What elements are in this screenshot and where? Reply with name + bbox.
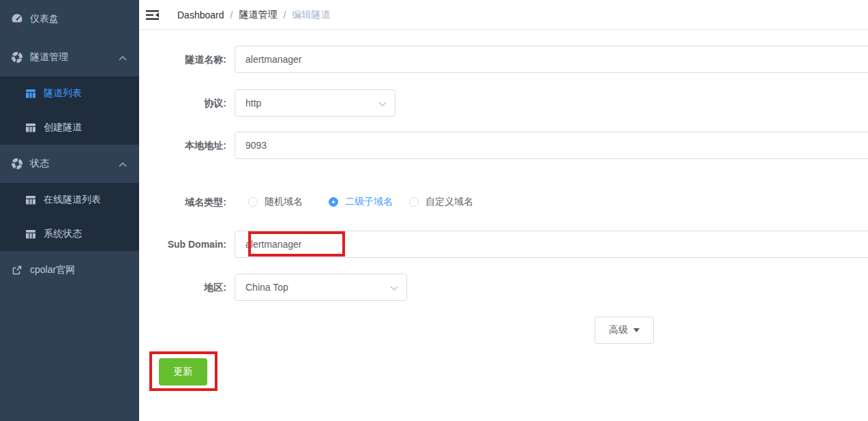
protocol-select[interactable]: http [235,89,395,117]
domain-type-label: 域名类型: [139,188,235,216]
caret-down-icon [633,328,640,332]
tunnel-name-input[interactable] [235,46,868,73]
sidebar-fold-toggle[interactable] [139,0,166,30]
breadcrumb-separator: / [283,10,286,20]
fold-icon [146,10,160,20]
sidebar-item-cpolar-website[interactable]: cpolar官网 [0,251,139,289]
breadcrumb-separator: / [230,10,233,20]
domain-type-radio-group: 随机域名 二级子域名 自定义域名 [235,188,868,216]
sidebar-group-label: 隧道管理 [30,51,68,63]
sidebar-item-system-status[interactable]: 系统状态 [0,217,139,251]
topbar: Dashboard / 隧道管理 / 编辑隧道 [139,0,868,30]
radio-random-domain[interactable]: 随机域名 [248,196,303,208]
chevron-up-icon [119,158,127,169]
form-row-local-address: 本地地址: [139,132,868,159]
form-row-advanced: 高级 [139,317,868,344]
form-row-tunnel-name: 隧道名称: [139,46,868,73]
table-icon [26,89,35,98]
advanced-button[interactable]: 高级 [595,317,654,344]
region-select[interactable]: China Top [235,274,407,301]
sidebar-group-tunnel-management[interactable]: 隧道管理 [0,38,139,76]
sidebar-item-online-tunnel-list[interactable]: 在线隧道列表 [0,183,139,217]
table-icon [26,123,35,132]
sidebar-item-label: 仪表盘 [30,13,59,25]
radio-subdomain[interactable]: 二级子域名 [329,196,393,208]
protocol-label: 协议: [139,89,235,117]
lifebuoy-icon [11,158,23,170]
form-row-submit: 更新 [139,358,868,386]
sidebar-item-tunnel-list[interactable]: 隧道列表 [0,76,139,111]
form-row-region: 地区: China Top [139,274,868,301]
region-select-value: China Top [245,282,288,293]
sidebar-item-label: 在线隧道列表 [44,194,101,206]
form-row-protocol: 协议: http [139,89,868,117]
update-button[interactable]: 更新 [159,358,207,386]
form-row-sub-domain: Sub Domain: [139,231,868,258]
protocol-select-value: http [245,98,261,108]
edit-tunnel-form: 隧道名称: 协议: http 本地地址: [139,30,868,386]
sidebar-submenu-tunnel: 隧道列表 创建隧道 [0,76,139,145]
main-content: Dashboard / 隧道管理 / 编辑隧道 隧道名称: 协议: http [139,0,868,421]
sub-domain-label: Sub Domain: [139,231,235,258]
sidebar-item-dashboard[interactable]: 仪表盘 [0,0,139,38]
sub-domain-input[interactable] [235,231,868,258]
dashboard-icon [11,13,23,25]
radio-icon [248,197,258,207]
breadcrumb-dashboard[interactable]: Dashboard [177,10,224,20]
radio-custom-domain[interactable]: 自定义域名 [409,196,473,208]
sidebar-item-create-tunnel[interactable]: 创建隧道 [0,111,139,145]
chevron-down-icon [378,98,387,108]
form-row-domain-type: 域名类型: 随机域名 二级子域名 自定义域名 [139,188,868,216]
table-icon [26,195,35,205]
sidebar-group-label: 状态 [30,158,49,170]
local-address-input[interactable] [235,132,868,159]
local-address-label: 本地地址: [139,132,235,159]
sidebar-item-label: 系统状态 [44,228,82,240]
chevron-up-icon [119,52,127,63]
sidebar-item-label: cpolar官网 [30,264,75,276]
breadcrumb: Dashboard / 隧道管理 / 编辑隧道 [177,9,330,21]
tunnel-name-label: 隧道名称: [139,46,235,73]
sidebar-group-status[interactable]: 状态 [0,145,139,183]
page: 仪表盘 隧道管理 隧道列表 创建隧道 [0,0,868,421]
region-label: 地区: [139,274,235,301]
external-link-icon [11,264,23,276]
breadcrumb-current: 编辑隧道 [292,9,330,21]
radio-icon [409,197,419,207]
sidebar: 仪表盘 隧道管理 隧道列表 创建隧道 [0,0,139,421]
sidebar-item-label: 隧道列表 [44,87,82,100]
breadcrumb-tunnel-management[interactable]: 隧道管理 [239,9,277,21]
sidebar-item-label: 创建隧道 [44,121,82,134]
chevron-down-icon [390,282,398,293]
sidebar-submenu-status: 在线隧道列表 系统状态 [0,183,139,251]
lifebuoy-icon [11,51,23,63]
radio-checked-icon [329,197,338,207]
table-icon [26,229,35,239]
